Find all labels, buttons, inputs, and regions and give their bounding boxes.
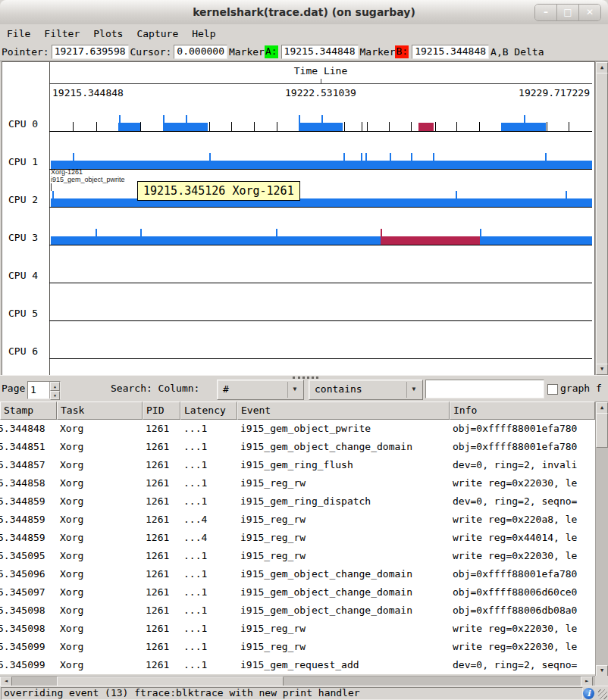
graph-event-tick [456,122,457,131]
timeline-graph[interactable]: Time Line 19215.344848 19222.531039 1922… [2,61,595,376]
scroll-down-icon[interactable]: ▼ [596,364,608,375]
cell-info: write reg=0x22030, le [450,620,595,638]
pointer-label: Pointer: [2,46,49,58]
timeline-axis [49,83,592,84]
cpu-label: CPU 6 [8,345,48,358]
marker-a-value: 19215.344848 [281,45,359,59]
table-row[interactable]: 5.345097Xorg1261...1i915_gem_object_chan… [0,583,595,602]
column-header-task[interactable]: Task [57,402,143,420]
graph-task-bar[interactable] [118,123,140,131]
table-row[interactable]: 5.345095Xorg1261...1i915_reg_rwwrite reg… [0,547,595,565]
cell-task: Xorg [57,565,143,583]
cell-pid: 1261 [143,456,180,474]
cell-event: i915_gem_ring_dispatch [237,492,450,511]
graph-task-bar[interactable] [299,123,343,131]
table-row[interactable]: 5.345098Xorg1261...1i915_reg_rwwrite reg… [0,620,595,638]
cell-task: Xorg [57,474,143,492]
graph-task-bar[interactable] [163,123,208,131]
table-horizontal-scrollbar[interactable]: ◄ ► [0,676,595,686]
table-vertical-scrollbar[interactable]: ▲ ▼ [595,402,608,677]
graph-follows-checkbox[interactable] [547,384,558,395]
column-header-event[interactable]: Event [237,402,450,420]
maximize-button[interactable]: □ [556,5,578,20]
graph-task-bar[interactable] [51,236,592,245]
hover-event-name: i915_gem_object_pwrite [51,176,125,183]
table-row[interactable]: 5.344848Xorg1261...1i915_gem_object_pwri… [0,420,595,438]
cell-pid: 1261 [143,656,180,674]
menu-plots[interactable]: Plots [86,25,130,43]
cpu-label: CPU 3 [8,232,48,244]
event-table-header: Stamp Task PID Latency Event Info [0,402,595,420]
scroll-up-icon[interactable]: ▲ [596,402,608,414]
timeline-label-mid: 19222.531039 [49,87,592,99]
marker-b-key: B: [395,45,409,58]
menu-file[interactable]: File [0,25,37,43]
graph-scroll-thumb[interactable] [596,73,608,364]
table-scroll-thumb[interactable] [596,413,608,448]
cell-info: obj=0xffff88006db08a0 [450,602,595,620]
table-row[interactable]: 5.344859Xorg1261...4i915_reg_rwwrite reg… [0,511,595,529]
cell-latency: ...4 [180,511,237,529]
minimize-button[interactable]: – [535,5,556,20]
graph-task-bar[interactable] [51,198,592,207]
spin-down-icon[interactable]: ▼ [50,391,60,400]
cell-latency: ...1 [180,602,237,620]
page-spinner[interactable]: 1 ▲ ▼ [27,381,61,399]
graph-event-tick [209,122,210,131]
table-row[interactable]: 5.344858Xorg1261...1i915_reg_rwwrite reg… [0,474,595,492]
column-select[interactable]: # ▼ [217,380,304,400]
cell-event: i915_reg_rw [237,511,450,529]
chevron-down-icon[interactable]: ▼ [406,382,421,398]
cell-event: i915_gem_request_add [237,656,450,674]
scroll-up-icon[interactable]: ▲ [596,62,608,73]
event-table[interactable]: 5.344848Xorg1261...1i915_gem_object_pwri… [0,420,595,674]
column-header-info[interactable]: Info [450,402,595,420]
table-row[interactable]: 5.345098Xorg1261...1i915_gem_object_chan… [0,602,595,620]
scroll-down-icon[interactable]: ▼ [596,665,608,677]
cell-task: Xorg [57,656,143,674]
graph-task-bar[interactable] [381,236,480,245]
spin-up-icon[interactable]: ▲ [50,382,60,391]
graph-tooltip: 19215.345126 Xorg-1261 [137,181,300,201]
cell-task: Xorg [57,456,143,474]
search-input[interactable] [425,380,544,398]
cell-info: write reg=0x22030, le [450,547,595,565]
table-row[interactable]: 5.345099Xorg1261...1i915_reg_rwwrite reg… [0,638,595,656]
column-header-latency[interactable]: Latency [180,402,237,420]
graph-task-bar[interactable] [418,123,434,131]
hover-pointer-mark [51,183,52,191]
table-row[interactable]: 5.344857Xorg1261...1i915_gem_ring_flushd… [0,456,595,474]
cell-event: i915_gem_object_change_domain [237,438,450,456]
cell-stamp: 5.344859 [0,511,57,529]
cell-latency: ...4 [180,529,237,547]
menu-capture[interactable]: Capture [130,25,185,43]
close-button[interactable]: ✕ [578,5,600,20]
menu-help[interactable]: Help [185,25,222,43]
title-bar[interactable]: kernelshark(trace.dat) (on sugarbay) – □… [0,0,608,25]
graph-vertical-scrollbar[interactable]: ▲ ▼ [595,61,608,376]
graph-task-bar[interactable] [51,161,592,169]
resize-grip[interactable] [598,689,607,699]
cpu-baseline [49,283,592,283]
info-icon[interactable]: i [583,688,594,699]
cell-pid: 1261 [143,547,180,565]
cell-pid: 1261 [143,529,180,547]
cell-latency: ...1 [180,620,237,638]
match-select[interactable]: contains ▼ [309,380,423,400]
graph-task-bar[interactable] [501,123,546,131]
menu-filter[interactable]: Filter [37,25,86,43]
cell-task: Xorg [57,602,143,620]
table-row[interactable]: 5.345099Xorg1261...1i915_gem_request_add… [0,656,595,674]
table-row[interactable]: 5.345096Xorg1261...1i915_gem_object_chan… [0,565,595,583]
column-header-stamp[interactable]: Stamp [0,402,57,420]
table-row[interactable]: 5.344859Xorg1261...4i915_reg_rwwrite reg… [0,529,595,547]
chevron-down-icon[interactable]: ▼ [287,382,302,398]
column-header-pid[interactable]: PID [143,402,180,420]
cell-info: dev=0, ring=2, seqno= [450,492,595,511]
table-row[interactable]: 5.344859Xorg1261...1i915_gem_ring_dispat… [0,492,595,511]
cell-info: write reg=0x22030, le [450,474,595,492]
table-row[interactable]: 5.344851Xorg1261...1i915_gem_object_chan… [0,438,595,456]
timeline-label-end: 19229.717229 [519,87,590,99]
cell-info: dev=0, ring=2, seqno= [450,656,595,674]
cell-stamp: 5.345096 [0,565,57,583]
